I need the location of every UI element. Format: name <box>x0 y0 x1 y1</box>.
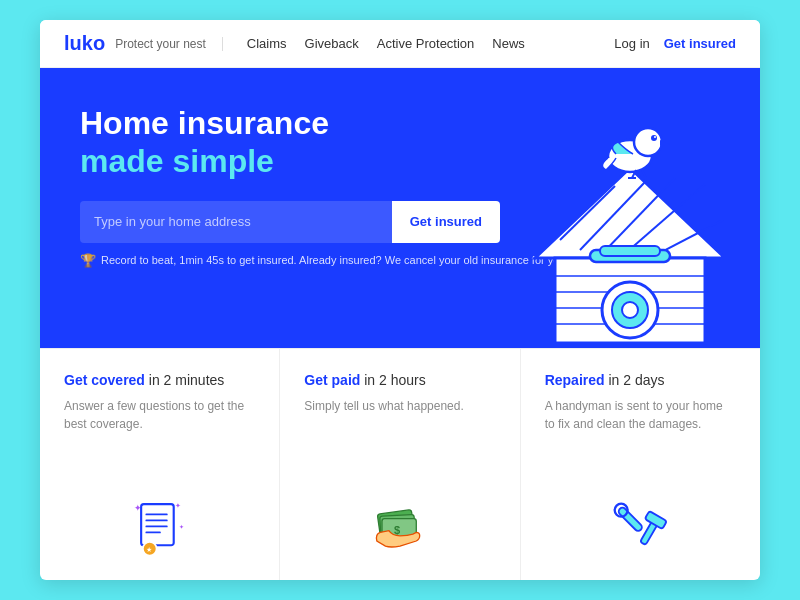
navbar: luko Protect your nest Claims Giveback A… <box>40 20 760 68</box>
svg-marker-0 <box>535 168 725 258</box>
money-icon: $ <box>370 499 430 559</box>
svg-point-14 <box>622 302 638 318</box>
svg-rect-16 <box>600 246 660 256</box>
nav-links: Claims Giveback Active Protection News <box>247 36 614 51</box>
hero-search-row: Get insured <box>80 201 500 243</box>
feature-covered-highlight: Get covered <box>64 372 145 388</box>
feature-repaired-highlight: Repaired <box>545 372 605 388</box>
feature-paid-desc: Simply tell us what happened. <box>304 397 495 482</box>
nav-link-news[interactable]: News <box>492 36 525 51</box>
feature-paid-icon-area: $ <box>304 494 495 564</box>
logo[interactable]: luko <box>64 32 105 55</box>
feature-paid: Get paid in 2 hours Simply tell us what … <box>280 349 520 580</box>
nav-link-active-protection[interactable]: Active Protection <box>377 36 475 51</box>
features-section: Get covered in 2 minutes Answer a few qu… <box>40 348 760 580</box>
login-link[interactable]: Log in <box>614 36 649 51</box>
svg-point-20 <box>651 135 657 141</box>
hero-section: Home insurance made simple Get insured 🏆… <box>40 68 760 348</box>
feature-repaired-icon-area <box>545 494 736 564</box>
feature-paid-title: Get paid in 2 hours <box>304 371 495 391</box>
feature-repaired-rest: in 2 days <box>605 372 665 388</box>
feature-covered-title: Get covered in 2 minutes <box>64 371 255 391</box>
nav-link-claims[interactable]: Claims <box>247 36 287 51</box>
feature-paid-highlight: Get paid <box>304 372 360 388</box>
outer-frame: luko Protect your nest Claims Giveback A… <box>0 0 800 600</box>
hero-illustration <box>520 88 740 348</box>
tools-icon <box>610 499 670 559</box>
svg-marker-19 <box>660 140 670 146</box>
svg-text:✦: ✦ <box>179 524 184 530</box>
document-icon: ✦ ✦ ✦ ★ <box>130 499 190 559</box>
nav-link-giveback[interactable]: Giveback <box>305 36 359 51</box>
feature-repaired-title: Repaired in 2 days <box>545 371 736 391</box>
svg-rect-31 <box>141 504 174 545</box>
svg-line-23 <box>642 170 646 178</box>
svg-rect-42 <box>618 506 644 532</box>
hero-heading: Home insurance made simple <box>80 104 440 181</box>
record-text: Record to beat, 1min 45s to get insured.… <box>101 254 569 266</box>
svg-text:★: ★ <box>146 546 152 553</box>
page-container: luko Protect your nest Claims Giveback A… <box>40 20 760 580</box>
address-input[interactable] <box>80 201 392 243</box>
feature-paid-rest: in 2 hours <box>360 372 425 388</box>
feature-covered: Get covered in 2 minutes Answer a few qu… <box>40 349 280 580</box>
tagline: Protect your nest <box>115 37 223 51</box>
nav-get-insured-link[interactable]: Get insured <box>664 36 736 51</box>
feature-repaired-desc: A handyman is sent to your home to fix a… <box>545 397 736 482</box>
feature-repaired: Repaired in 2 days A handyman is sent to… <box>521 349 760 580</box>
svg-text:$: $ <box>394 524 401 536</box>
trophy-icon: 🏆 <box>80 253 96 268</box>
svg-point-21 <box>654 136 656 138</box>
feature-covered-desc: Answer a few questions to get the best c… <box>64 397 255 482</box>
feature-covered-icon-area: ✦ ✦ ✦ ★ <box>64 494 255 564</box>
svg-point-18 <box>634 128 662 156</box>
get-insured-button[interactable]: Get insured <box>392 201 500 243</box>
svg-text:✦: ✦ <box>175 502 181 509</box>
navbar-actions: Log in Get insured <box>614 36 736 51</box>
feature-covered-rest: in 2 minutes <box>145 372 224 388</box>
